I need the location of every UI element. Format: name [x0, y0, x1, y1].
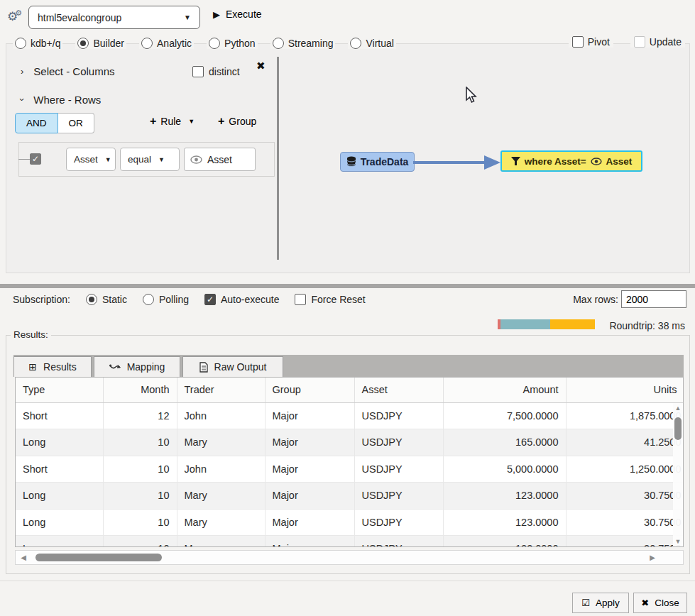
- force-reset-checkbox[interactable]: Force Reset: [295, 294, 365, 305]
- table-row[interactable]: Long10MaryMajorUSDJPY123.000030.7500: [16, 536, 684, 548]
- table-cell: Long: [16, 483, 103, 510]
- builder-left-panel: › Select - Columns distinct ✖ › Where - …: [6, 44, 277, 273]
- table-row[interactable]: Long10MaryMajorUSDJPY123.000030.7500: [16, 509, 684, 536]
- progress-segment: [500, 319, 550, 329]
- results-tabstrip: ⊞ Results Mapping Raw Output: [13, 355, 684, 377]
- vertical-scrollbar-thumb[interactable]: [674, 417, 682, 440]
- select-columns-section-header[interactable]: › Select - Columns: [21, 65, 115, 77]
- table-cell: Major: [265, 536, 354, 548]
- mode-radio-builder[interactable]: Builder: [75, 38, 126, 49]
- table-cell: Major: [265, 402, 354, 429]
- scroll-up-icon[interactable]: ▲: [673, 403, 683, 413]
- database-icon: [346, 156, 356, 167]
- rule-operator-dropdown[interactable]: equal ▼: [120, 148, 180, 171]
- diagram-source-node[interactable]: TradeData: [340, 152, 415, 172]
- close-panel-button[interactable]: ✖: [256, 60, 266, 72]
- where-rule-row: ✓ Asset ▼ equal ▼ Asset: [18, 142, 275, 177]
- vertical-scrollbar[interactable]: ▲ ▼: [673, 403, 683, 546]
- tree-connector-line: [18, 159, 30, 160]
- column-header[interactable]: Amount: [443, 378, 566, 402]
- table-cell: Mary: [177, 429, 265, 456]
- column-header[interactable]: Asset: [354, 378, 443, 402]
- apply-button[interactable]: ☑ Apply: [572, 593, 629, 613]
- table-cell: Major: [265, 456, 354, 483]
- table-cell: 123.0000: [443, 536, 566, 548]
- mode-radio-analytic[interactable]: Analytic: [139, 38, 194, 49]
- update-checkbox[interactable]: Update: [630, 36, 685, 48]
- chevron-down-icon: ▼: [158, 156, 165, 163]
- rule-value-field[interactable]: Asset: [184, 148, 256, 171]
- column-header[interactable]: Type: [16, 378, 103, 402]
- subscription-radio-polling[interactable]: Polling: [143, 294, 189, 305]
- column-header[interactable]: Group: [265, 378, 354, 402]
- distinct-checkbox[interactable]: distinct: [192, 66, 240, 77]
- table-cell: USDJPY: [354, 536, 443, 548]
- close-button[interactable]: ✖ Close: [633, 593, 687, 613]
- radio-icon: [143, 294, 154, 305]
- table-cell: Long: [16, 509, 103, 536]
- table-cell: Short: [16, 456, 103, 483]
- and-or-toggle: AND OR: [15, 113, 94, 133]
- rule-field-dropdown[interactable]: Asset ▼: [66, 148, 116, 171]
- column-header[interactable]: Month: [103, 378, 177, 402]
- chevron-right-icon: ›: [21, 66, 23, 77]
- table-cell: USDJPY: [354, 402, 443, 429]
- diagram-where-node[interactable]: where Asset= Asset: [500, 150, 642, 172]
- table-row[interactable]: Long10MaryMajorUSDJPY123.000030.7500: [16, 483, 684, 510]
- auto-execute-checkbox[interactable]: ✓ Auto-execute: [204, 294, 280, 305]
- add-rule-button[interactable]: + Rule ▼: [150, 115, 195, 128]
- plus-icon: +: [150, 115, 156, 128]
- table-row[interactable]: Short10JohnMajorUSDJPY5,000.00001,250.00…: [16, 456, 684, 483]
- subscription-radio-static[interactable]: Static: [86, 294, 127, 305]
- plus-icon: +: [218, 115, 224, 128]
- checkbox-checked-icon: ✓: [204, 294, 216, 305]
- tab-results[interactable]: ⊞ Results: [13, 356, 92, 377]
- footer-divider: [0, 581, 695, 581]
- settings-gears-icon[interactable]: ⚙⚙: [7, 9, 19, 24]
- rule-enabled-checkbox[interactable]: ✓: [30, 153, 41, 165]
- add-group-button[interactable]: + Group: [218, 115, 256, 128]
- table-cell: 30.7500: [566, 509, 684, 536]
- horizontal-splitter[interactable]: [0, 284, 695, 288]
- and-button[interactable]: AND: [15, 113, 58, 133]
- tab-raw-output[interactable]: Raw Output: [182, 356, 283, 377]
- horizontal-scrollbar[interactable]: ◀ ▶: [15, 550, 684, 565]
- connection-select[interactable]: html5evalcongroup ▼: [28, 6, 200, 29]
- table-cell: 1,875.0000: [566, 402, 684, 429]
- max-rows-input[interactable]: [621, 290, 686, 308]
- radio-icon: [209, 38, 220, 49]
- column-header[interactable]: Trader: [177, 378, 265, 402]
- table-cell: USDJPY: [354, 509, 443, 536]
- table-row[interactable]: Short12JohnMajorUSDJPY7,500.00001,875.00…: [16, 402, 684, 429]
- pivot-checkbox[interactable]: Pivot: [569, 36, 613, 48]
- table-cell: 41.2500: [566, 429, 684, 456]
- column-header[interactable]: Units: [566, 378, 684, 402]
- scroll-down-icon[interactable]: ▼: [673, 537, 683, 546]
- table-row[interactable]: Long10MaryMajorUSDJPY165.000041.2500: [16, 429, 684, 456]
- mode-radio-virtual[interactable]: Virtual: [348, 38, 395, 49]
- roundtrip-status: Roundtrip: 38 ms: [609, 320, 685, 331]
- results-group-label: Results:: [11, 329, 51, 340]
- results-panel: Results: ⊞ Results Mapping Raw Output: [6, 335, 690, 574]
- scroll-right-icon[interactable]: ▶: [645, 554, 660, 561]
- mode-radio-streaming[interactable]: Streaming: [270, 38, 336, 49]
- table-cell: USDJPY: [354, 483, 443, 510]
- radio-icon: [350, 38, 361, 49]
- where-rows-section-header[interactable]: › Where - Rows: [21, 94, 101, 106]
- radio-selected-icon: [77, 38, 89, 49]
- tab-mapping[interactable]: Mapping: [94, 356, 180, 377]
- horizontal-scrollbar-thumb[interactable]: [35, 554, 162, 561]
- mode-radio-kdbq[interactable]: kdb+/q: [13, 38, 62, 49]
- mode-radio-python[interactable]: Python: [207, 38, 258, 49]
- table-cell: 1,250.0000: [566, 456, 684, 483]
- table-cell: 10: [103, 456, 177, 483]
- execute-button[interactable]: ▶ Execute: [213, 9, 262, 20]
- filter-funnel-icon: [511, 157, 520, 166]
- play-icon: ▶: [213, 9, 220, 20]
- chevron-down-icon: ▼: [105, 156, 111, 163]
- chevron-down-icon: ▼: [184, 13, 191, 21]
- scroll-left-icon[interactable]: ◀: [16, 554, 31, 561]
- or-button[interactable]: OR: [58, 113, 94, 133]
- checkbox-icon: [572, 36, 584, 48]
- table-cell: 10: [103, 509, 177, 536]
